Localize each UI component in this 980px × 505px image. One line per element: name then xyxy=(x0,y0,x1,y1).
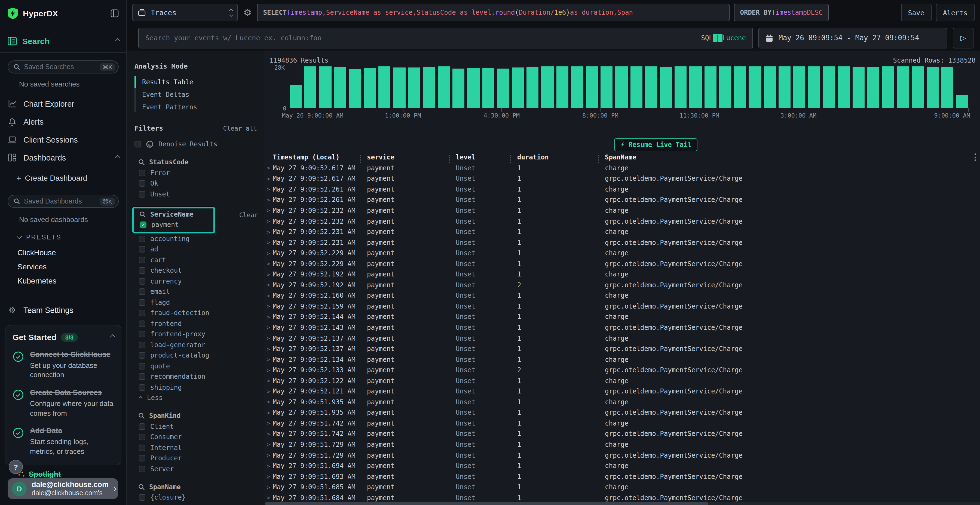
filter-option-Server[interactable]: Server xyxy=(131,464,260,474)
checkbox[interactable] xyxy=(139,434,145,440)
row-expand-chevron-icon[interactable]: > xyxy=(265,463,273,469)
get-started-item[interactable]: Add DataStart sending logs, metrics, or … xyxy=(13,426,114,456)
sidebar-item-alerts[interactable]: Alerts xyxy=(0,113,126,130)
language-sql[interactable]: SQL xyxy=(701,34,713,41)
table-row[interactable]: >May 27 9:09:52.134 AMpaymentUnset1charg… xyxy=(265,354,980,365)
language-lucene[interactable]: Lucene xyxy=(722,34,746,41)
row-expand-chevron-icon[interactable]: > xyxy=(265,218,273,224)
filter-group-header-spanname[interactable]: SpanName xyxy=(131,481,260,492)
filter-option-quote[interactable]: quote xyxy=(131,361,260,372)
get-started-item[interactable]: Connect to ClickHouseSet up your databas… xyxy=(13,350,114,380)
filter-option-cart[interactable]: cart xyxy=(131,255,260,265)
filter-option-checkout[interactable]: checkout xyxy=(131,265,260,276)
filter-option-Producer[interactable]: Producer xyxy=(131,453,260,464)
table-row[interactable]: >May 27 9:09:51.935 AMpaymentUnset1charg… xyxy=(265,397,980,407)
filter-option-frontend-proxy[interactable]: frontend-proxy xyxy=(131,329,260,340)
help-button[interactable]: ? xyxy=(9,460,23,474)
checkbox[interactable] xyxy=(139,342,145,348)
table-row[interactable]: >May 27 9:09:52.192 AMpaymentUnset2grpc.… xyxy=(265,280,980,290)
column-resize-handle[interactable] xyxy=(449,155,450,163)
order-by-input[interactable]: ORDER BY Timestamp DESC xyxy=(734,4,829,21)
sidebar-section-search[interactable]: Search xyxy=(0,32,126,50)
table-row[interactable]: >May 27 9:09:52.261 AMpaymentUnset1charg… xyxy=(265,184,980,195)
row-expand-chevron-icon[interactable]: > xyxy=(265,495,273,501)
row-expand-chevron-icon[interactable]: > xyxy=(265,208,273,214)
checkbox[interactable] xyxy=(139,466,145,472)
sidebar-item-client-sessions[interactable]: Client Sessions xyxy=(0,130,126,149)
filter-option-Ok[interactable]: Ok xyxy=(131,178,260,189)
filter-option-Client[interactable]: Client xyxy=(131,421,260,432)
filter-option-accounting[interactable]: accounting xyxy=(131,233,260,244)
table-row[interactable]: >May 27 9:09:51.729 AMpaymentUnset1charg… xyxy=(265,439,980,450)
filter-option-product-catalog[interactable]: product-catalog xyxy=(131,350,260,361)
sidebar-collapse-icon[interactable] xyxy=(111,9,119,17)
filter-option-Unset[interactable]: Unset xyxy=(131,189,260,199)
column-resize-handle[interactable] xyxy=(510,155,511,163)
column-header-duration[interactable]: duration xyxy=(509,154,597,161)
checkbox[interactable] xyxy=(139,310,145,316)
sidebar-item-dashboards[interactable]: Dashboards xyxy=(0,149,126,167)
user-menu[interactable]: D dale@clickhouse.com dale@clickhouse.co… xyxy=(8,478,118,499)
filter-option-fraud-detection[interactable]: fraud-detection xyxy=(131,308,260,318)
checkbox[interactable] xyxy=(134,141,141,148)
search-input[interactable]: Search your events w/ Lucene ex. column:… xyxy=(138,27,753,48)
table-row[interactable]: >May 27 9:09:52.144 AMpaymentUnset1charg… xyxy=(265,311,980,322)
clear-filter-button[interactable]: Clear xyxy=(239,211,258,219)
table-row[interactable]: >May 27 9:09:52.159 AMpaymentUnset1grpc.… xyxy=(265,301,980,311)
checkbox[interactable] xyxy=(139,373,145,380)
row-expand-chevron-icon[interactable]: > xyxy=(265,176,273,182)
row-expand-chevron-icon[interactable]: > xyxy=(265,410,273,416)
checkbox[interactable] xyxy=(139,423,145,430)
preset-clickhouse[interactable]: ClickHouse xyxy=(0,245,126,260)
language-toggle[interactable]: SQL|Lucene xyxy=(701,34,746,41)
table-row[interactable]: >May 27 9:09:51.693 AMpaymentUnset1grpc.… xyxy=(265,471,980,482)
source-settings-gear-icon[interactable]: ⚙ xyxy=(242,8,253,17)
denoise-results-checkbox[interactable]: Denoise Results xyxy=(131,139,260,150)
row-expand-chevron-icon[interactable]: > xyxy=(265,250,273,256)
table-row[interactable]: >May 27 9:09:52.232 AMpaymentUnset1grpc.… xyxy=(265,216,980,226)
horizontal-scrollbar[interactable] xyxy=(265,502,980,505)
filter-group-header-statuscode[interactable]: StatusCode xyxy=(131,157,260,168)
filter-group-header-servicename[interactable]: ServiceName xyxy=(134,209,211,219)
table-row[interactable]: >May 27 9:09:52.143 AMpaymentUnset1grpc.… xyxy=(265,322,980,333)
row-expand-chevron-icon[interactable]: > xyxy=(265,325,273,330)
filter-option-ad[interactable]: ad xyxy=(131,244,260,255)
table-options-kebab-icon[interactable] xyxy=(975,154,976,161)
checkbox[interactable] xyxy=(139,455,145,462)
row-expand-chevron-icon[interactable]: > xyxy=(265,303,273,310)
filter-option-payment[interactable]: ✓payment xyxy=(134,219,211,230)
resume-live-tail-button[interactable]: ⚡ Resume Live Tail xyxy=(614,138,697,151)
row-expand-chevron-icon[interactable]: > xyxy=(265,197,273,203)
checkbox[interactable] xyxy=(139,236,145,242)
checkbox[interactable]: ✓ xyxy=(140,222,146,228)
table-row[interactable]: >May 27 9:09:51.729 AMpaymentUnset1grpc.… xyxy=(265,450,980,461)
checkbox[interactable] xyxy=(139,384,145,391)
analysis-mode-event-deltas[interactable]: Event Deltas xyxy=(134,88,260,101)
row-expand-chevron-icon[interactable]: > xyxy=(265,186,273,192)
analysis-mode-event-patterns[interactable]: Event Patterns xyxy=(134,101,260,113)
presets-toggle[interactable]: PRESETS xyxy=(0,232,126,242)
checkbox[interactable] xyxy=(139,363,145,370)
filter-option-shipping[interactable]: shipping xyxy=(131,382,260,392)
table-row[interactable]: >May 27 9:09:52.229 AMpaymentUnset1charg… xyxy=(265,248,980,259)
row-expand-chevron-icon[interactable]: > xyxy=(265,165,273,171)
checkbox[interactable] xyxy=(139,257,145,264)
checkbox[interactable] xyxy=(139,321,145,327)
filter-option--closure-[interactable]: {closure} xyxy=(131,492,260,503)
table-row[interactable]: >May 27 9:09:52.231 AMpaymentUnset1charg… xyxy=(265,227,980,237)
team-settings-button[interactable]: ⚙ Team Settings xyxy=(0,302,126,318)
checkbox[interactable] xyxy=(139,353,145,359)
row-expand-chevron-icon[interactable]: > xyxy=(265,314,273,320)
row-expand-chevron-icon[interactable]: > xyxy=(265,441,273,448)
filter-option-Error[interactable]: Error xyxy=(131,168,260,178)
preset-services[interactable]: Services xyxy=(0,260,126,274)
column-resize-handle[interactable] xyxy=(598,155,599,163)
checkbox[interactable] xyxy=(139,299,145,306)
row-expand-chevron-icon[interactable]: > xyxy=(265,335,273,341)
table-row[interactable]: >May 27 9:09:52.261 AMpaymentUnset1grpc.… xyxy=(265,195,980,205)
row-expand-chevron-icon[interactable]: > xyxy=(265,356,273,362)
row-expand-chevron-icon[interactable]: > xyxy=(265,271,273,277)
checkbox[interactable] xyxy=(139,170,145,176)
checkbox[interactable] xyxy=(139,331,145,338)
checkbox[interactable] xyxy=(139,180,145,187)
